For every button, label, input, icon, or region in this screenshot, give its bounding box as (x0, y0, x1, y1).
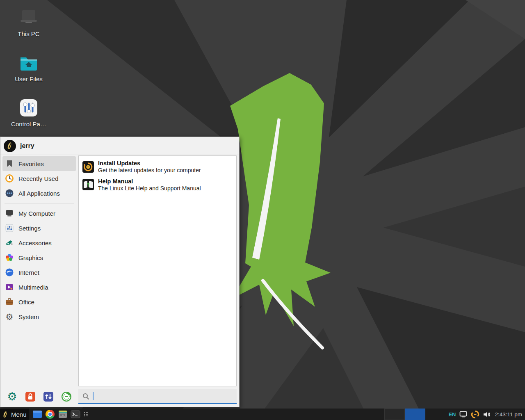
terminal-launcher[interactable] (70, 409, 81, 420)
terminal-icon (71, 410, 80, 418)
app-item-help-manual[interactable]: Help Manual The Linux Lite Help and Supp… (79, 176, 236, 194)
sidebar-item-all-applications[interactable]: All Applications (2, 186, 76, 201)
lock-icon (25, 391, 36, 402)
sidebar-item-recently-used[interactable]: Recently Used (2, 171, 76, 186)
file-manager-launcher[interactable] (32, 409, 43, 420)
search-box[interactable] (78, 389, 237, 404)
app-title: Install Updates (98, 160, 201, 167)
chrome-launcher[interactable] (45, 409, 55, 420)
menu-header: jerry (0, 137, 239, 155)
help-book-icon (82, 178, 94, 191)
sidebar-item-office[interactable]: Office (2, 294, 76, 309)
archive-manager-launcher[interactable] (57, 409, 68, 420)
sidebar-item-favorites[interactable]: Favorites (2, 156, 76, 171)
sidebar-item-multimedia[interactable]: Multimedia (2, 280, 76, 294)
sidebar-item-internet[interactable]: Internet (2, 265, 76, 280)
globe-icon (5, 268, 14, 277)
user-name: jerry (20, 142, 34, 150)
system-tray: EN 2:43:11 pm (448, 410, 525, 419)
lock-screen-button[interactable] (25, 391, 36, 402)
sidebar-separator (5, 203, 74, 203)
workspace-pager (384, 409, 425, 420)
switch-user-button[interactable] (43, 391, 54, 402)
log-out-button[interactable] (61, 391, 72, 402)
search-input[interactable] (78, 389, 237, 403)
menu-button-label: Menu (11, 411, 27, 418)
workspace-2-active[interactable] (405, 409, 425, 420)
menu-sidebar: Favorites Recently Used All Applicatio (0, 155, 78, 386)
clock[interactable]: 2:43:11 pm (495, 411, 522, 418)
desktop-icon-this-pc[interactable]: This PC (3, 6, 54, 44)
sidebar-item-system[interactable]: ⚙ System (2, 309, 76, 324)
menu-app-list: Install Updates Get the latest updates f… (78, 155, 237, 386)
sliders-icon (5, 224, 14, 233)
user-avatar[interactable] (4, 140, 16, 152)
app-item-install-updates[interactable]: Install Updates Get the latest updates f… (79, 158, 236, 176)
control-panel-icon (19, 96, 38, 120)
sidebar-item-settings[interactable]: Settings (2, 221, 76, 235)
computer-icon (18, 6, 39, 30)
settings-manager-button[interactable]: ⚙ (7, 391, 18, 402)
feather-icon (2, 411, 9, 418)
desktop-icon-list: This PC User Files (3, 6, 54, 135)
window-list-icon (84, 411, 89, 417)
desktop-icon-label: Control Pa… (11, 121, 46, 128)
menu-action-buttons: ⚙ (0, 391, 78, 402)
utility-knife-icon (5, 238, 14, 247)
feather-icon (6, 142, 14, 150)
whisker-menu: jerry Favorites Recently Used (0, 137, 240, 407)
switch-arrows-icon (43, 391, 54, 402)
archive-icon (58, 410, 68, 418)
workspace-1[interactable] (384, 409, 405, 420)
desktop-icon-label: User Files (15, 75, 43, 82)
desktop-icon-control-panel[interactable]: Control Pa… (3, 96, 54, 135)
app-description: Get the latest updates for your computer (98, 167, 201, 174)
display-icon[interactable] (459, 411, 467, 418)
taskbar: Menu (0, 409, 525, 420)
keyboard-layout-indicator[interactable]: EN (448, 411, 456, 418)
update-notifier-icon[interactable] (471, 410, 479, 419)
chrome-icon (46, 410, 55, 419)
app-description: The Linux Lite Help and Support Manual (98, 185, 201, 192)
briefcase-icon (5, 297, 14, 306)
sidebar-item-graphics[interactable]: Graphics (2, 250, 76, 265)
clock-icon (5, 174, 14, 183)
grid-dots-icon (5, 189, 14, 198)
app-title: Help Manual (98, 178, 201, 185)
volume-icon[interactable] (483, 411, 491, 418)
logout-icon (61, 391, 72, 402)
gear-icon: ⚙ (5, 312, 14, 321)
window-list-button[interactable] (83, 409, 89, 420)
sidebar-item-accessories[interactable]: Accessories (2, 235, 76, 250)
desktop-icon-label: This PC (18, 30, 39, 37)
menu-bottom-bar: ⚙ (0, 386, 239, 407)
updates-icon (82, 161, 94, 173)
computer-icon (5, 209, 14, 218)
file-manager-icon (32, 410, 42, 418)
menu-button[interactable]: Menu (0, 409, 30, 420)
desktop-icon-user-files[interactable]: User Files (3, 51, 54, 89)
home-folder-icon (19, 51, 39, 75)
bookmark-icon (5, 159, 14, 168)
color-wheel-icon (5, 253, 14, 262)
sidebar-item-my-computer[interactable]: My Computer (2, 206, 76, 221)
media-player-icon (5, 283, 14, 292)
